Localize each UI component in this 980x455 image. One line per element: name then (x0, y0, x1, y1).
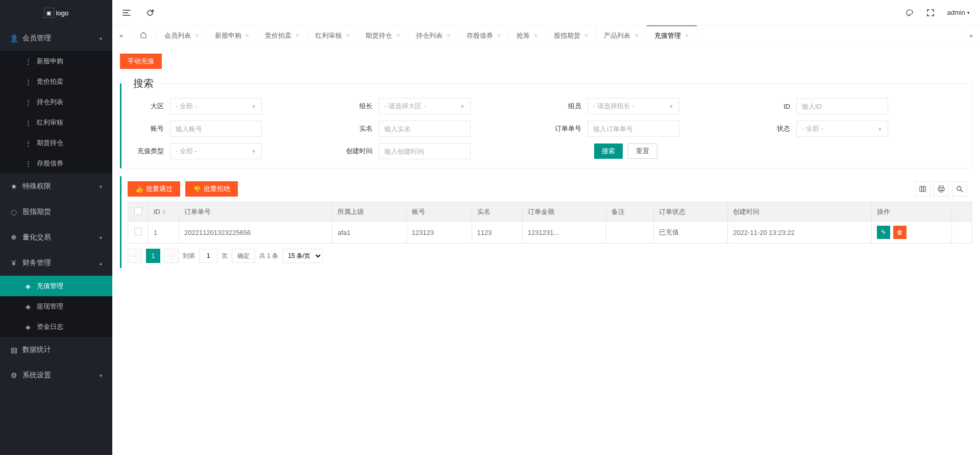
close-icon[interactable]: × (447, 32, 451, 39)
sidebar-item-fundlog[interactable]: ◈资金日志 (0, 317, 112, 337)
select-recharge-type[interactable]: - 全部 -▼ (170, 143, 262, 159)
tab-home[interactable] (131, 26, 157, 45)
pager-prev[interactable]: ‹ (128, 249, 142, 263)
fullscreen-icon[interactable] (926, 9, 935, 17)
user-icon: 👤 (10, 35, 17, 42)
th-extra (952, 202, 972, 222)
sidebar-label: 股指期货 (22, 207, 51, 217)
close-icon[interactable]: × (534, 32, 538, 39)
sidebar-item-stats[interactable]: ▤数据统计 (0, 337, 112, 363)
select-member[interactable]: - 请选择组长 -▼ (587, 98, 679, 114)
triangle-down-icon: ▼ (251, 149, 256, 154)
sidebar-item-index-futures[interactable]: ◌股指期货 (0, 199, 112, 225)
columns-icon[interactable] (915, 181, 930, 197)
logo-alt-text: logo (56, 9, 69, 17)
manual-recharge-button[interactable]: 手动充值 (120, 54, 162, 69)
pager-size-select[interactable]: 15 条/页 (282, 249, 323, 263)
input-account[interactable] (170, 121, 262, 137)
close-icon[interactable]: × (584, 32, 589, 39)
th-id[interactable]: ID (154, 208, 160, 215)
tab[interactable]: 抢筹× (509, 26, 546, 45)
broken-image-icon: ▣ (44, 8, 54, 18)
input-orderno[interactable] (587, 121, 679, 137)
select-status[interactable]: - 全部 -▼ (796, 121, 888, 137)
reset-button[interactable]: 重置 (628, 143, 657, 159)
sidebar-item-auction[interactable]: ⋮竞价拍卖 (0, 71, 112, 92)
sidebar-item-special[interactable]: ★特殊权限 ▾ (0, 174, 112, 199)
tab[interactable]: 红利审核× (308, 26, 358, 45)
tab[interactable]: 持仓列表× (408, 26, 459, 45)
close-icon[interactable]: × (246, 32, 250, 39)
svg-rect-2 (924, 186, 926, 191)
sort-icon[interactable]: ▲▼ (162, 209, 166, 215)
tabs-prev-button[interactable]: « (112, 26, 131, 45)
sidebar-item-finance[interactable]: ¥财务管理 ▴ (0, 250, 112, 276)
trash-icon: 🗑 (897, 229, 903, 236)
chevron-up-icon: ▴ (100, 260, 102, 266)
tab[interactable]: 期货持仓× (358, 26, 408, 45)
sidebar-label: 特殊权限 (22, 182, 51, 191)
input-id[interactable] (796, 98, 888, 114)
tab[interactable]: 竞价拍卖× (257, 26, 308, 45)
select-region[interactable]: - 全部 -▼ (170, 98, 262, 114)
cell-created: 2022-11-20 13:23:22 (728, 222, 872, 244)
sidebar-item-quant[interactable]: ❄量化交易 ▾ (0, 225, 112, 250)
close-icon[interactable]: × (296, 32, 300, 39)
input-realname[interactable] (379, 121, 471, 137)
select-placeholder: - 全部 - (802, 124, 823, 133)
tab-label: 红利审核 (315, 31, 342, 40)
input-created[interactable] (379, 143, 471, 159)
label-orderno: 订单单号 (547, 124, 587, 133)
close-icon[interactable]: × (685, 32, 689, 39)
batch-reject-button[interactable]: 👎批量拒绝 (185, 181, 238, 197)
label-member: 组员 (547, 102, 587, 111)
tab[interactable]: 会员列表× (157, 26, 207, 45)
home-icon (140, 31, 147, 40)
pager-next[interactable]: › (164, 249, 179, 263)
sidebar-item-futures[interactable]: ⋮期货持仓 (0, 133, 112, 153)
user-menu[interactable]: admin ▾ (947, 9, 970, 16)
tab-label: 期货持仓 (365, 31, 392, 40)
checkbox-row[interactable] (134, 228, 142, 235)
tab-active[interactable]: 充值管理× (647, 26, 697, 45)
print-icon[interactable] (934, 181, 949, 197)
search-table-icon[interactable] (952, 181, 967, 197)
sidebar-item-dividend[interactable]: ⋮红利审核 (0, 112, 112, 133)
th-parent: 所属上级 (332, 202, 406, 222)
close-icon[interactable]: × (634, 32, 639, 39)
menu-toggle-icon[interactable] (122, 9, 131, 17)
theme-icon[interactable] (905, 9, 914, 17)
refresh-icon[interactable] (146, 9, 154, 17)
sidebar-item-positions[interactable]: ⋮持仓列表 (0, 92, 112, 112)
tab[interactable]: 产品列表× (596, 26, 647, 45)
pager-page-1[interactable]: 1 (146, 249, 160, 263)
close-icon[interactable]: × (396, 32, 400, 39)
close-icon[interactable]: × (195, 32, 199, 39)
tabs-next-button[interactable]: » (962, 26, 980, 45)
search-button[interactable]: 搜索 (594, 143, 623, 159)
batch-approve-button[interactable]: 👍批量通过 (128, 181, 180, 197)
tab[interactable]: 股指期货× (546, 26, 597, 45)
pager-confirm-button[interactable]: 确定 (232, 249, 255, 263)
sidebar-label: 期货持仓 (37, 138, 63, 148)
edit-button[interactable]: ✎ (877, 226, 890, 239)
checkbox-all[interactable] (134, 207, 142, 215)
close-icon[interactable]: × (346, 32, 350, 39)
select-leader[interactable]: - 请选择大区 -▼ (379, 98, 471, 114)
sidebar-item-ipo[interactable]: ⋮新股申购 (0, 51, 112, 71)
tab[interactable]: 新股申购× (207, 26, 258, 45)
pager-page-input[interactable] (199, 249, 217, 263)
th-ops: 操作 (871, 202, 951, 222)
delete-button[interactable]: 🗑 (893, 226, 906, 239)
tab-label: 会员列表 (164, 31, 191, 40)
sidebar-label: 提现管理 (37, 302, 63, 311)
sidebar-item-settings[interactable]: ⚙系统设置 ▾ (0, 363, 112, 388)
sidebar-item-recharge[interactable]: ◈充值管理 (0, 276, 112, 296)
sidebar-item-stocklend[interactable]: ⋮存股借券 (0, 153, 112, 174)
tab[interactable]: 存股借券× (459, 26, 509, 45)
close-icon[interactable]: × (497, 32, 501, 39)
sidebar-item-members[interactable]: 👤会员管理 ▾ (0, 26, 112, 51)
sidebar-item-withdraw[interactable]: ◈提现管理 (0, 296, 112, 317)
chart-icon: ▤ (10, 346, 17, 353)
sidebar-label: 存股借券 (37, 159, 63, 168)
